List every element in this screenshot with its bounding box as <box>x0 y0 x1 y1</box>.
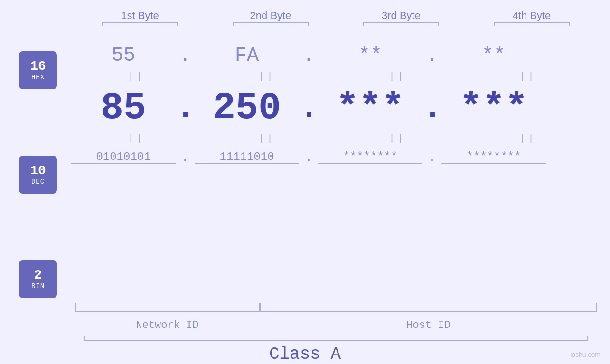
id-labels-row: Network ID Host ID <box>75 319 597 331</box>
main-area: 16 HEX 10 DEC 2 BIN 55 . FA <box>0 32 610 298</box>
sep-row-2: || || || || <box>71 133 593 144</box>
bin-dot2: . <box>299 149 318 165</box>
byte3-header: 3rd Byte <box>349 9 453 23</box>
dec-byte1-cell: 85 <box>71 86 176 130</box>
sep3: || <box>346 71 450 82</box>
bin-byte2-cell: 11111010 <box>195 150 299 164</box>
network-id-label: Network ID <box>75 319 260 331</box>
dec-dot3: . <box>422 92 441 130</box>
hex-badge: 16 HEX <box>19 51 57 89</box>
hex-dot2: . <box>299 45 318 66</box>
bin-byte1-value: 01010101 <box>96 150 150 163</box>
bin-byte3-cell: ******** <box>318 150 422 164</box>
bin-byte4-cell: ******** <box>441 150 546 164</box>
hex-values-row: 55 . FA . ** . ** <box>71 44 593 67</box>
byte2-bracket <box>233 22 309 23</box>
main-container: 1st Byte 2nd Byte 3rd Byte 4th Byte 16 H… <box>0 0 610 364</box>
sep4: || <box>476 71 581 82</box>
sep5: || <box>84 133 189 144</box>
sep8: || <box>476 133 581 144</box>
dec-byte2-cell: 250 <box>195 86 299 130</box>
hex-byte4-cell: ** <box>441 44 546 67</box>
byte4-bracket <box>494 22 570 23</box>
hex-byte1-value: 55 <box>112 44 135 67</box>
bin-dot1: . <box>176 149 195 165</box>
host-id-bracket <box>260 303 597 312</box>
network-id-bracket <box>75 303 260 312</box>
sep1: || <box>84 71 189 82</box>
watermark: ipshu.com <box>570 351 601 358</box>
badges-column: 16 HEX 10 DEC 2 BIN <box>19 37 57 298</box>
bin-byte3-value: ******** <box>343 150 397 163</box>
byte-headers-row: 1st Byte 2nd Byte 3rd Byte 4th Byte <box>75 9 597 23</box>
hex-byte3-value: ** <box>358 44 382 67</box>
outer-bracket <box>84 336 588 341</box>
byte2-header: 2nd Byte <box>218 9 323 23</box>
hex-byte3-cell: ** <box>318 44 422 67</box>
hex-dot1: . <box>176 45 195 66</box>
bin-values-row: 01010101 . 11111010 . ******** . *******… <box>71 149 593 165</box>
dec-byte4-cell: *** <box>441 86 546 130</box>
hex-byte2-value: FA <box>235 44 259 67</box>
bottom-section: Network ID Host ID <box>75 303 597 331</box>
sep6: || <box>215 133 319 144</box>
class-label: Class A <box>269 345 341 364</box>
byte4-header: 4th Byte <box>479 9 584 23</box>
bin-badge: 2 BIN <box>19 260 57 298</box>
values-grid: 55 . FA . ** . ** || || || || <box>71 32 610 165</box>
dec-dot1: . <box>176 92 195 130</box>
hex-byte2-cell: FA <box>195 44 299 67</box>
bin-dot3: . <box>422 149 441 165</box>
dec-dot2: . <box>299 92 318 130</box>
dec-byte3-cell: *** <box>318 86 422 130</box>
byte3-bracket <box>363 22 439 23</box>
hex-byte1-cell: 55 <box>71 44 176 67</box>
byte1-header: 1st Byte <box>88 9 192 23</box>
bin-byte1-cell: 01010101 <box>71 150 176 164</box>
bottom-brackets <box>75 303 597 317</box>
sep7: || <box>346 133 450 144</box>
dec-values-row: 85 . 250 . *** . *** <box>71 86 593 130</box>
hex-dot3: . <box>422 45 441 66</box>
dec-byte3-value: *** <box>336 86 404 130</box>
bin-byte4-value: ******** <box>466 150 521 163</box>
dec-byte4-value: *** <box>460 86 528 130</box>
byte1-bracket <box>102 22 178 23</box>
dec-byte2-value: 250 <box>213 86 281 130</box>
bin-byte2-value: 11111010 <box>219 150 274 163</box>
host-id-label: Host ID <box>260 319 597 331</box>
hex-byte4-value: ** <box>482 44 506 67</box>
dec-badge: 10 DEC <box>19 156 57 194</box>
sep2: || <box>215 71 319 82</box>
dec-byte1-value: 85 <box>101 86 146 130</box>
sep-row-1: || || || || <box>71 71 593 82</box>
